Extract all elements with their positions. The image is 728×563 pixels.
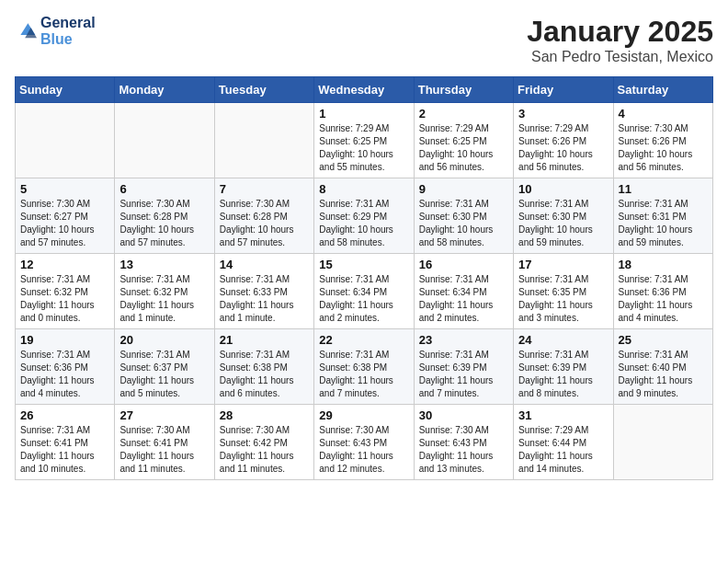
calendar-cell <box>115 103 214 178</box>
day-info: Sunrise: 7:31 AMSunset: 6:40 PMDaylight:… <box>619 349 708 400</box>
calendar-cell: 16Sunrise: 7:31 AMSunset: 6:34 PMDayligh… <box>414 254 513 329</box>
calendar-cell <box>613 405 712 480</box>
day-info: Sunrise: 7:29 AMSunset: 6:25 PMDaylight:… <box>419 122 508 174</box>
day-number: 2 <box>419 107 508 121</box>
day-number: 6 <box>119 182 209 196</box>
calendar-week-5: 26Sunrise: 7:31 AMSunset: 6:41 PMDayligh… <box>16 405 713 480</box>
day-info: Sunrise: 7:31 AMSunset: 6:38 PMDaylight:… <box>319 349 408 400</box>
day-info: Sunrise: 7:29 AMSunset: 6:25 PMDaylight:… <box>319 122 408 174</box>
calendar-cell: 7Sunrise: 7:30 AMSunset: 6:28 PMDaylight… <box>214 178 313 254</box>
calendar-cell: 1Sunrise: 7:29 AMSunset: 6:25 PMDaylight… <box>314 103 414 178</box>
day-info: Sunrise: 7:31 AMSunset: 6:31 PMDaylight:… <box>619 198 708 249</box>
day-number: 17 <box>518 258 608 271</box>
calendar-cell: 6Sunrise: 7:30 AMSunset: 6:28 PMDaylight… <box>115 178 214 254</box>
day-number: 28 <box>220 408 309 422</box>
calendar-cell: 10Sunrise: 7:31 AMSunset: 6:30 PMDayligh… <box>514 178 613 254</box>
day-info: Sunrise: 7:30 AMSunset: 6:42 PMDaylight:… <box>220 424 309 476</box>
day-number: 20 <box>119 333 209 347</box>
day-number: 27 <box>119 408 209 422</box>
month-title: January 2025 <box>527 15 713 49</box>
calendar-cell: 29Sunrise: 7:30 AMSunset: 6:43 PMDayligh… <box>314 405 414 480</box>
weekday-header-saturday: Saturday <box>613 77 712 103</box>
calendar-cell: 19Sunrise: 7:31 AMSunset: 6:36 PMDayligh… <box>16 329 115 405</box>
weekday-header-monday: Monday <box>115 77 214 103</box>
weekday-row: SundayMondayTuesdayWednesdayThursdayFrid… <box>16 77 713 103</box>
day-info: Sunrise: 7:31 AMSunset: 6:30 PMDaylight:… <box>419 198 508 249</box>
weekday-header-thursday: Thursday <box>414 77 513 103</box>
calendar-cell: 15Sunrise: 7:31 AMSunset: 6:34 PMDayligh… <box>314 254 414 329</box>
logo: General Blue <box>15 15 96 47</box>
calendar-week-2: 5Sunrise: 7:30 AMSunset: 6:27 PMDaylight… <box>16 178 713 254</box>
day-info: Sunrise: 7:31 AMSunset: 6:36 PMDaylight:… <box>20 349 109 400</box>
day-info: Sunrise: 7:29 AMSunset: 6:26 PMDaylight:… <box>518 122 608 174</box>
day-info: Sunrise: 7:30 AMSunset: 6:27 PMDaylight:… <box>20 198 109 249</box>
day-number: 21 <box>220 333 309 347</box>
calendar-cell: 18Sunrise: 7:31 AMSunset: 6:36 PMDayligh… <box>613 254 712 329</box>
calendar-cell <box>16 103 115 178</box>
logo-line2: Blue <box>40 31 73 47</box>
calendar-cell: 2Sunrise: 7:29 AMSunset: 6:25 PMDaylight… <box>414 103 513 178</box>
calendar-cell: 20Sunrise: 7:31 AMSunset: 6:37 PMDayligh… <box>115 329 214 405</box>
day-info: Sunrise: 7:30 AMSunset: 6:28 PMDaylight:… <box>220 198 309 249</box>
day-number: 22 <box>319 333 408 347</box>
day-number: 1 <box>319 107 408 121</box>
weekday-header-sunday: Sunday <box>16 77 115 103</box>
day-number: 19 <box>20 333 109 347</box>
day-info: Sunrise: 7:31 AMSunset: 6:32 PMDaylight:… <box>119 273 209 325</box>
day-info: Sunrise: 7:31 AMSunset: 6:29 PMDaylight:… <box>319 198 408 249</box>
calendar-cell: 9Sunrise: 7:31 AMSunset: 6:30 PMDaylight… <box>414 178 513 254</box>
calendar-cell: 12Sunrise: 7:31 AMSunset: 6:32 PMDayligh… <box>16 254 115 329</box>
calendar-table: SundayMondayTuesdayWednesdayThursdayFrid… <box>15 76 713 480</box>
calendar-cell: 30Sunrise: 7:30 AMSunset: 6:43 PMDayligh… <box>414 405 513 480</box>
day-number: 31 <box>518 408 608 422</box>
title-block: January 2025 San Pedro Tesistan, Mexico <box>527 15 713 65</box>
day-info: Sunrise: 7:31 AMSunset: 6:35 PMDaylight:… <box>518 273 608 325</box>
day-info: Sunrise: 7:30 AMSunset: 6:43 PMDaylight:… <box>419 424 508 476</box>
logo-icon <box>15 20 37 42</box>
weekday-header-wednesday: Wednesday <box>314 77 414 103</box>
logo-text: General Blue <box>40 15 96 47</box>
day-info: Sunrise: 7:30 AMSunset: 6:28 PMDaylight:… <box>119 198 209 249</box>
day-info: Sunrise: 7:31 AMSunset: 6:37 PMDaylight:… <box>119 349 209 400</box>
calendar-cell: 13Sunrise: 7:31 AMSunset: 6:32 PMDayligh… <box>115 254 214 329</box>
day-info: Sunrise: 7:31 AMSunset: 6:32 PMDaylight:… <box>20 273 109 325</box>
day-number: 10 <box>518 182 608 196</box>
calendar-cell: 14Sunrise: 7:31 AMSunset: 6:33 PMDayligh… <box>214 254 313 329</box>
page-header: General Blue January 2025 San Pedro Tesi… <box>15 15 713 65</box>
calendar-body: 1Sunrise: 7:29 AMSunset: 6:25 PMDaylight… <box>16 103 713 480</box>
day-number: 7 <box>220 182 309 196</box>
calendar-week-3: 12Sunrise: 7:31 AMSunset: 6:32 PMDayligh… <box>16 254 713 329</box>
day-number: 3 <box>518 107 608 121</box>
calendar-cell: 17Sunrise: 7:31 AMSunset: 6:35 PMDayligh… <box>514 254 613 329</box>
calendar-cell: 26Sunrise: 7:31 AMSunset: 6:41 PMDayligh… <box>16 405 115 480</box>
day-info: Sunrise: 7:31 AMSunset: 6:41 PMDaylight:… <box>20 424 109 476</box>
calendar-cell: 31Sunrise: 7:29 AMSunset: 6:44 PMDayligh… <box>514 405 613 480</box>
day-info: Sunrise: 7:30 AMSunset: 6:26 PMDaylight:… <box>619 122 708 174</box>
day-number: 23 <box>419 333 508 347</box>
day-number: 29 <box>319 408 408 422</box>
calendar-cell: 24Sunrise: 7:31 AMSunset: 6:39 PMDayligh… <box>514 329 613 405</box>
day-number: 14 <box>220 258 309 271</box>
day-number: 4 <box>619 107 708 121</box>
calendar-cell: 22Sunrise: 7:31 AMSunset: 6:38 PMDayligh… <box>314 329 414 405</box>
day-number: 5 <box>20 182 109 196</box>
weekday-header-tuesday: Tuesday <box>214 77 313 103</box>
calendar-cell: 4Sunrise: 7:30 AMSunset: 6:26 PMDaylight… <box>613 103 712 178</box>
day-info: Sunrise: 7:31 AMSunset: 6:33 PMDaylight:… <box>220 273 309 325</box>
day-info: Sunrise: 7:30 AMSunset: 6:43 PMDaylight:… <box>319 424 408 476</box>
calendar-cell: 23Sunrise: 7:31 AMSunset: 6:39 PMDayligh… <box>414 329 513 405</box>
day-number: 18 <box>619 258 708 271</box>
calendar-cell: 8Sunrise: 7:31 AMSunset: 6:29 PMDaylight… <box>314 178 414 254</box>
calendar-cell: 27Sunrise: 7:30 AMSunset: 6:41 PMDayligh… <box>115 405 214 480</box>
day-info: Sunrise: 7:31 AMSunset: 6:30 PMDaylight:… <box>518 198 608 249</box>
location: San Pedro Tesistan, Mexico <box>527 49 713 65</box>
day-number: 24 <box>518 333 608 347</box>
day-number: 12 <box>20 258 109 271</box>
calendar-cell: 3Sunrise: 7:29 AMSunset: 6:26 PMDaylight… <box>514 103 613 178</box>
day-number: 8 <box>319 182 408 196</box>
calendar-week-4: 19Sunrise: 7:31 AMSunset: 6:36 PMDayligh… <box>16 329 713 405</box>
day-number: 9 <box>419 182 508 196</box>
day-info: Sunrise: 7:31 AMSunset: 6:39 PMDaylight:… <box>419 349 508 400</box>
calendar-cell: 5Sunrise: 7:30 AMSunset: 6:27 PMDaylight… <box>16 178 115 254</box>
calendar-cell <box>214 103 313 178</box>
